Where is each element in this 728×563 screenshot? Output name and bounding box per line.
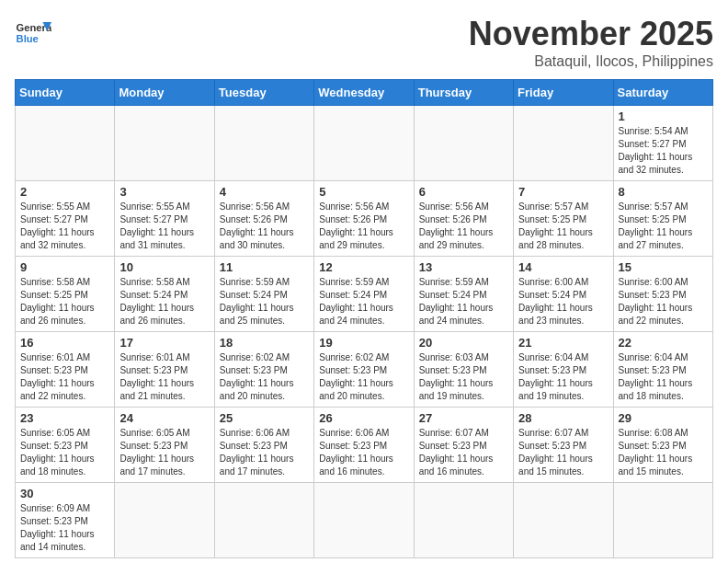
day-number: 27: [419, 411, 508, 425]
table-row: 29Sunrise: 6:08 AM Sunset: 5:23 PM Dayli…: [613, 408, 712, 483]
week-row-5: 23Sunrise: 6:05 AM Sunset: 5:23 PM Dayli…: [16, 408, 713, 483]
table-row: [214, 483, 313, 558]
table-row: [115, 106, 214, 181]
day-number: 25: [220, 411, 309, 425]
header-friday: Friday: [514, 80, 613, 106]
table-row: [514, 483, 613, 558]
day-number: 12: [319, 260, 408, 274]
table-row: [514, 106, 613, 181]
day-info: Sunrise: 6:04 AM Sunset: 5:23 PM Dayligh…: [619, 351, 708, 403]
page-header: General Blue November 2025 Bataquil, Ilo…: [15, 15, 713, 70]
day-info: Sunrise: 5:59 AM Sunset: 5:24 PM Dayligh…: [220, 276, 309, 327]
day-info: Sunrise: 5:59 AM Sunset: 5:24 PM Dayligh…: [319, 276, 408, 327]
day-info: Sunrise: 6:04 AM Sunset: 5:23 PM Dayligh…: [518, 351, 608, 403]
table-row: 26Sunrise: 6:06 AM Sunset: 5:23 PM Dayli…: [314, 408, 414, 483]
day-info: Sunrise: 6:01 AM Sunset: 5:23 PM Dayligh…: [20, 351, 109, 403]
table-row: 16Sunrise: 6:01 AM Sunset: 5:23 PM Dayli…: [16, 332, 115, 408]
header-wednesday: Wednesday: [314, 80, 414, 106]
day-number: 16: [20, 336, 109, 350]
day-number: 15: [619, 260, 708, 274]
day-number: 30: [20, 487, 109, 500]
table-row: 11Sunrise: 5:59 AM Sunset: 5:24 PM Dayli…: [214, 257, 313, 332]
day-info: Sunrise: 6:00 AM Sunset: 5:24 PM Dayligh…: [518, 276, 608, 327]
header-monday: Monday: [115, 80, 214, 106]
table-row: 5Sunrise: 5:56 AM Sunset: 5:26 PM Daylig…: [314, 181, 414, 257]
day-info: Sunrise: 5:54 AM Sunset: 5:27 PM Dayligh…: [619, 125, 708, 177]
day-number: 6: [419, 185, 508, 199]
day-info: Sunrise: 6:03 AM Sunset: 5:23 PM Dayligh…: [419, 351, 508, 403]
table-row: 9Sunrise: 5:58 AM Sunset: 5:25 PM Daylig…: [16, 257, 115, 332]
day-number: 22: [619, 336, 708, 350]
day-number: 18: [220, 336, 309, 350]
table-row: 14Sunrise: 6:00 AM Sunset: 5:24 PM Dayli…: [514, 257, 613, 332]
day-info: Sunrise: 6:02 AM Sunset: 5:23 PM Dayligh…: [220, 351, 309, 403]
day-number: 21: [518, 336, 608, 350]
table-row: [613, 483, 712, 558]
table-row: [214, 106, 313, 181]
table-row: 24Sunrise: 6:05 AM Sunset: 5:23 PM Dayli…: [115, 408, 214, 483]
table-row: [115, 483, 214, 558]
table-row: 28Sunrise: 6:07 AM Sunset: 5:23 PM Dayli…: [514, 408, 613, 483]
header-saturday: Saturday: [613, 80, 712, 106]
day-info: Sunrise: 6:00 AM Sunset: 5:23 PM Dayligh…: [619, 276, 708, 327]
table-row: 13Sunrise: 5:59 AM Sunset: 5:24 PM Dayli…: [414, 257, 513, 332]
day-number: 19: [319, 336, 408, 350]
header-tuesday: Tuesday: [214, 80, 313, 106]
day-number: 9: [20, 260, 109, 274]
day-info: Sunrise: 5:59 AM Sunset: 5:24 PM Dayligh…: [419, 276, 508, 327]
day-info: Sunrise: 5:57 AM Sunset: 5:25 PM Dayligh…: [619, 201, 708, 252]
day-number: 28: [518, 411, 608, 425]
table-row: [314, 483, 414, 558]
day-number: 11: [220, 260, 309, 274]
table-row: 18Sunrise: 6:02 AM Sunset: 5:23 PM Dayli…: [214, 332, 313, 408]
table-row: 10Sunrise: 5:58 AM Sunset: 5:24 PM Dayli…: [115, 257, 214, 332]
day-info: Sunrise: 6:05 AM Sunset: 5:23 PM Dayligh…: [20, 427, 109, 478]
day-info: Sunrise: 5:55 AM Sunset: 5:27 PM Dayligh…: [119, 201, 209, 252]
day-number: 5: [319, 185, 408, 199]
day-number: 7: [518, 185, 608, 199]
table-row: 27Sunrise: 6:07 AM Sunset: 5:23 PM Dayli…: [414, 408, 513, 483]
table-row: 8Sunrise: 5:57 AM Sunset: 5:25 PM Daylig…: [613, 181, 712, 257]
day-info: Sunrise: 6:07 AM Sunset: 5:23 PM Dayligh…: [518, 427, 608, 478]
day-info: Sunrise: 5:56 AM Sunset: 5:26 PM Dayligh…: [220, 201, 309, 252]
day-info: Sunrise: 6:08 AM Sunset: 5:23 PM Dayligh…: [619, 427, 708, 478]
weekday-header-row: Sunday Monday Tuesday Wednesday Thursday…: [16, 80, 713, 106]
title-section: November 2025 Bataquil, Ilocos, Philippi…: [469, 15, 713, 70]
week-row-3: 9Sunrise: 5:58 AM Sunset: 5:25 PM Daylig…: [16, 257, 713, 332]
day-info: Sunrise: 5:57 AM Sunset: 5:25 PM Dayligh…: [518, 201, 608, 252]
logo: General Blue: [15, 15, 51, 52]
table-row: [314, 106, 414, 181]
day-info: Sunrise: 6:02 AM Sunset: 5:23 PM Dayligh…: [319, 351, 408, 403]
table-row: 4Sunrise: 5:56 AM Sunset: 5:26 PM Daylig…: [214, 181, 313, 257]
day-info: Sunrise: 5:58 AM Sunset: 5:25 PM Dayligh…: [20, 276, 109, 327]
week-row-4: 16Sunrise: 6:01 AM Sunset: 5:23 PM Dayli…: [16, 332, 713, 408]
table-row: 6Sunrise: 5:56 AM Sunset: 5:26 PM Daylig…: [414, 181, 513, 257]
day-number: 29: [619, 411, 708, 425]
header-thursday: Thursday: [414, 80, 513, 106]
day-number: 13: [419, 260, 508, 274]
day-number: 23: [20, 411, 109, 425]
day-info: Sunrise: 6:06 AM Sunset: 5:23 PM Dayligh…: [319, 427, 408, 478]
table-row: 7Sunrise: 5:57 AM Sunset: 5:25 PM Daylig…: [514, 181, 613, 257]
week-row-6: 30Sunrise: 6:09 AM Sunset: 5:23 PM Dayli…: [16, 483, 713, 558]
table-row: 25Sunrise: 6:06 AM Sunset: 5:23 PM Dayli…: [214, 408, 313, 483]
day-info: Sunrise: 6:01 AM Sunset: 5:23 PM Dayligh…: [119, 351, 209, 403]
table-row: [16, 106, 115, 181]
day-number: 3: [119, 185, 209, 199]
month-title: November 2025: [469, 15, 713, 53]
table-row: 20Sunrise: 6:03 AM Sunset: 5:23 PM Dayli…: [414, 332, 513, 408]
location-subtitle: Bataquil, Ilocos, Philippines: [469, 53, 713, 70]
day-info: Sunrise: 6:07 AM Sunset: 5:23 PM Dayligh…: [419, 427, 508, 478]
table-row: 22Sunrise: 6:04 AM Sunset: 5:23 PM Dayli…: [613, 332, 712, 408]
day-info: Sunrise: 5:55 AM Sunset: 5:27 PM Dayligh…: [20, 201, 109, 252]
table-row: 30Sunrise: 6:09 AM Sunset: 5:23 PM Dayli…: [16, 483, 115, 558]
calendar-table: Sunday Monday Tuesday Wednesday Thursday…: [15, 79, 713, 558]
table-row: 1Sunrise: 5:54 AM Sunset: 5:27 PM Daylig…: [613, 106, 712, 181]
day-number: 8: [619, 185, 708, 199]
table-row: [414, 106, 513, 181]
day-number: 17: [119, 336, 209, 350]
table-row: 23Sunrise: 6:05 AM Sunset: 5:23 PM Dayli…: [16, 408, 115, 483]
day-info: Sunrise: 6:09 AM Sunset: 5:23 PM Dayligh…: [20, 502, 109, 554]
day-number: 14: [518, 260, 608, 274]
day-number: 4: [220, 185, 309, 199]
